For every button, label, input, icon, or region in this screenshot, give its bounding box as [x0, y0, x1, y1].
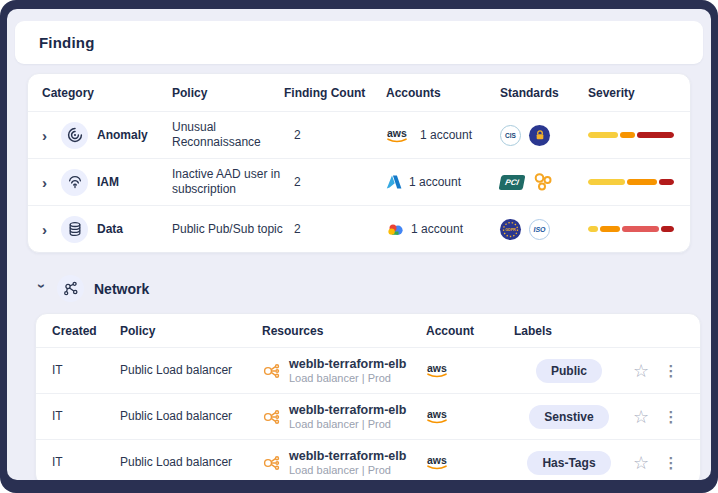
star-icon[interactable]: ☆ [624, 406, 658, 428]
pci-standard-icon: PCI [499, 175, 526, 190]
account-count: 1 account [409, 175, 461, 190]
load-balancer-icon [262, 454, 281, 472]
label-chip[interactable]: Has-Tags [527, 451, 610, 475]
expand-chevron-icon[interactable]: › [42, 222, 52, 237]
severity-bar [588, 132, 674, 138]
col-severity: Severity [588, 86, 676, 100]
label-chip[interactable]: Senstive [529, 405, 608, 429]
svg-text:aws: aws [427, 408, 447, 420]
star-icon[interactable]: ☆ [624, 452, 658, 474]
policy-cell: Public Load balancer [120, 409, 262, 424]
network-section-header[interactable]: › Network [37, 275, 711, 302]
aws-logo-icon: aws [426, 408, 514, 425]
category-label: Anomaly [97, 128, 148, 142]
finding-count-cell: 2 [284, 175, 386, 190]
page-title: Finding [39, 34, 95, 51]
account-count: 1 account [420, 128, 472, 143]
col-account: Account [426, 324, 514, 338]
resource-cell: weblb-terraform-elb Load balancer | Prod [262, 403, 426, 430]
fingerprint-icon [61, 169, 88, 196]
network-icon [57, 275, 84, 302]
policy-cell: Public Pub/Sub topic [172, 222, 284, 237]
app-frame: Finding Category Policy Finding Count Ac… [0, 0, 718, 493]
gcp-logo-icon [386, 222, 404, 237]
network-section-title: Network [94, 281, 149, 297]
col-policy: Policy [120, 324, 262, 338]
findings-table: Category Policy Finding Count Accounts S… [27, 73, 691, 253]
gdpr-text: GDPR [505, 228, 516, 232]
resource-meta: Load balancer | Prod [289, 464, 406, 476]
iso-standard-icon: ISO [529, 219, 550, 240]
azure-logo-icon [386, 174, 402, 190]
svg-text:aws: aws [427, 362, 447, 374]
created-cell: IT [52, 455, 120, 470]
policy-cell: Unusual Reconnaissance [172, 120, 284, 150]
lock-standard-icon [529, 125, 550, 146]
soc-circles-standard-icon [532, 171, 554, 193]
resource-name: weblb-terraform-elb [289, 449, 406, 463]
severity-bar [588, 179, 674, 185]
resource-cell: weblb-terraform-elb Load balancer | Prod [262, 449, 426, 476]
severity-bar [588, 226, 674, 232]
resource-cell: weblb-terraform-elb Load balancer | Prod [262, 357, 426, 384]
category-label: Data [97, 222, 123, 236]
aws-logo-icon: aws [426, 454, 514, 471]
cis-standard-icon: CIS [500, 125, 521, 146]
resource-meta: Load balancer | Prod [289, 372, 406, 384]
expand-chevron-icon[interactable]: › [42, 175, 52, 190]
findings-table-header: Category Policy Finding Count Accounts S… [28, 74, 690, 111]
account-cell: aws [426, 408, 514, 425]
account-cell: aws [426, 362, 514, 379]
load-balancer-icon [262, 408, 281, 426]
col-standards: Standards [500, 86, 588, 100]
col-accounts: Accounts [386, 86, 500, 100]
collapse-chevron-icon[interactable]: › [35, 284, 50, 294]
policy-cell: Inactive AAD user in subscription [172, 167, 284, 197]
star-icon[interactable]: ☆ [624, 360, 658, 382]
row-menu-icon[interactable]: ⋮ [658, 362, 684, 380]
standards-cell: GDPR ISO [500, 219, 588, 240]
standards-cell: PCI [500, 171, 588, 193]
created-cell: IT [52, 363, 120, 378]
col-created: Created [52, 324, 120, 338]
aws-logo-icon: aws [386, 127, 413, 144]
load-balancer-icon [262, 362, 281, 380]
col-labels: Labels [514, 324, 624, 338]
category-label: IAM [97, 175, 119, 189]
account-count: 1 account [411, 222, 463, 237]
account-cell: aws [426, 454, 514, 471]
network-table-header: Created Policy Resources Account Labels [36, 314, 700, 347]
col-resources: Resources [262, 324, 426, 338]
label-chip[interactable]: Public [536, 359, 602, 383]
policy-cell: Public Load balancer [120, 363, 262, 378]
finding-row-data[interactable]: › Data Public Pub/Sub topic 2 [28, 205, 690, 252]
finding-row-iam[interactable]: › IAM Inactive AAD user in subscription … [28, 158, 690, 205]
accounts-cell: aws 1 account [386, 127, 500, 144]
resource-meta: Load balancer | Prod [289, 418, 406, 430]
created-cell: IT [52, 409, 120, 424]
col-finding-count: Finding Count [284, 86, 386, 100]
page-header: Finding [15, 21, 703, 64]
row-menu-icon[interactable]: ⋮ [658, 454, 684, 472]
col-policy: Policy [172, 86, 284, 100]
expand-chevron-icon[interactable]: › [42, 128, 52, 143]
gdpr-standard-icon: GDPR [500, 219, 521, 240]
accounts-cell: 1 account [386, 222, 500, 237]
network-row[interactable]: IT Public Load balancer weblb-terraform-… [36, 347, 700, 393]
policy-cell: Public Load balancer [120, 455, 262, 470]
app-screen: Finding Category Policy Finding Count Ac… [7, 9, 711, 480]
aws-logo-icon: aws [426, 362, 514, 379]
resource-name: weblb-terraform-elb [289, 403, 406, 417]
anomaly-icon [61, 122, 88, 149]
finding-row-anomaly[interactable]: › Anomaly Unusual Reconnaissance 2 aws 1 [28, 111, 690, 158]
svg-text:aws: aws [387, 127, 407, 139]
accounts-cell: 1 account [386, 174, 500, 190]
row-menu-icon[interactable]: ⋮ [658, 408, 684, 426]
finding-count-cell: 2 [284, 222, 386, 237]
svg-text:aws: aws [427, 454, 447, 466]
network-row[interactable]: IT Public Load balancer weblb-terraform-… [36, 393, 700, 439]
network-table: Created Policy Resources Account Labels … [35, 313, 701, 480]
standards-cell: CIS [500, 125, 588, 146]
finding-count-cell: 2 [284, 128, 386, 143]
network-row[interactable]: IT Public Load balancer weblb-terraform-… [36, 439, 700, 480]
